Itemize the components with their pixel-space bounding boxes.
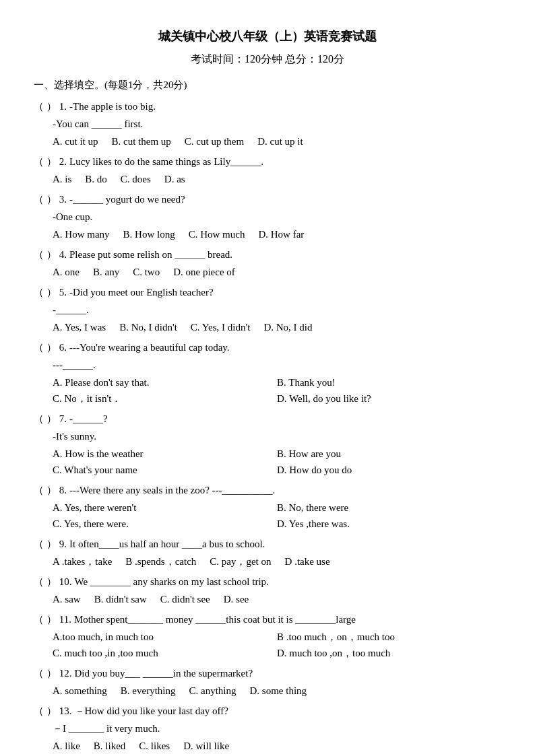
answer-bracket: （ ） xyxy=(34,339,57,355)
answer-bracket: （ ） xyxy=(34,191,57,207)
question-row: （ ）8.---Were there any seals in the zoo?… xyxy=(34,482,501,498)
question-number: 1. xyxy=(59,98,67,114)
answer-bracket: （ ） xyxy=(34,411,57,427)
option: C. two xyxy=(133,264,160,280)
option: C. Yes, there were. xyxy=(53,516,263,532)
question-stem: We ________ any sharks on my last school… xyxy=(75,574,502,590)
answer-bracket: （ ） xyxy=(34,284,57,300)
option: D. one piece of xyxy=(173,264,235,280)
question-stem: -Did you meet our English teacher? xyxy=(69,284,501,300)
question-row: （ ）13.－How did you like your last day of… xyxy=(34,703,501,719)
answer-bracket: （ ） xyxy=(34,536,57,552)
option: D. How do you do xyxy=(277,462,488,478)
question-stem2: -It's sunny. xyxy=(53,428,501,444)
options-row: A. cut it upB. cut them upC. cut up them… xyxy=(53,133,501,149)
option: D. No, I did xyxy=(263,319,312,335)
question-stem: -______? xyxy=(69,411,501,427)
answer-bracket: （ ） xyxy=(34,482,57,498)
option: C. pay，get on xyxy=(210,553,271,570)
question-stem: Lucy likes to do the same things as Lily… xyxy=(69,153,501,170)
page-title: 城关镇中心校八年级（上）英语竞赛试题 xyxy=(34,27,501,46)
question-number: 7. xyxy=(59,411,67,427)
question-row: （ ）1.-The apple is too big. xyxy=(34,98,501,114)
option: A .takes，take xyxy=(53,553,112,570)
question-number: 10. xyxy=(59,574,72,590)
question-number: 11. xyxy=(59,611,71,627)
option: B. do xyxy=(85,171,107,187)
question-stem: Did you buy___ ______in the supermarket? xyxy=(75,665,502,681)
question-block: （ ）13.－How did you like your last day of… xyxy=(34,703,501,754)
options-row: A. Yes, I wasB. No, I didn'tC. Yes, I di… xyxy=(53,319,501,335)
option: C. How much xyxy=(189,226,245,242)
option: D. see xyxy=(224,591,249,607)
question-stem2: ---______. xyxy=(53,357,501,373)
option: C. didn't see xyxy=(160,591,210,607)
question-stem: It often____us half an hour ____a bus to… xyxy=(69,536,501,552)
question-stem2: -______. xyxy=(53,302,501,318)
question-number: 3. xyxy=(59,191,67,207)
answer-bracket: （ ） xyxy=(34,98,57,114)
option: B. any xyxy=(93,264,119,280)
option: D. will like xyxy=(183,738,229,754)
question-number: 2. xyxy=(59,153,67,170)
question-stem: ---Were there any seals in the zoo? ---_… xyxy=(69,482,501,498)
answer-bracket: （ ） xyxy=(34,153,57,170)
option: B. cut them up xyxy=(112,133,171,149)
question-number: 12. xyxy=(59,665,72,681)
options-row-2col: A. Please don't say that.B. Thank you!C.… xyxy=(53,374,501,407)
answer-bracket: （ ） xyxy=(34,665,57,681)
option: A. How is the weather xyxy=(53,446,263,462)
option: A. something xyxy=(53,683,107,699)
question-stem2: －I _______ it very much. xyxy=(53,720,501,736)
answer-bracket: （ ） xyxy=(34,246,57,263)
option: D. Yes ,there was. xyxy=(277,516,488,532)
option: D. as xyxy=(164,171,185,187)
option: A. one xyxy=(53,264,80,280)
option: B. Thank you! xyxy=(277,374,488,390)
question-stem2: -One cup. xyxy=(53,209,501,225)
question-row: （ ）3.-______ yogurt do we need? xyxy=(34,191,501,207)
options-row: A. oneB. anyC. twoD. one piece of xyxy=(53,264,501,280)
question-stem: ---You're wearing a beautiful cap today. xyxy=(69,339,501,355)
question-block: （ ）10.We ________ any sharks on my last … xyxy=(34,574,501,607)
question-number: 6. xyxy=(59,339,67,355)
question-number: 4. xyxy=(59,246,67,263)
option: B. No, there were xyxy=(277,500,488,516)
option: A. Yes, I was xyxy=(53,319,106,335)
option: D .take use xyxy=(285,553,330,570)
answer-bracket: （ ） xyxy=(34,574,57,590)
question-block: （ ）3.-______ yogurt do we need?-One cup.… xyxy=(34,191,501,242)
options-row: A. isB. doC. doesD. as xyxy=(53,171,501,187)
option: A. Yes, there weren't xyxy=(53,500,263,516)
question-row: （ ）5.-Did you meet our English teacher? xyxy=(34,284,501,300)
option: C. anything xyxy=(189,683,237,699)
options-row: A. likeB. likedC. likesD. will like xyxy=(53,738,501,754)
question-block: （ ）9.It often____us half an hour ____a b… xyxy=(34,536,501,570)
option: D. Well, do you like it? xyxy=(277,390,488,407)
option: B .too much，on，much too xyxy=(277,629,488,645)
question-number: 9. xyxy=(59,536,67,552)
option: A.too much, in much too xyxy=(53,629,263,645)
question-row: （ ）9.It often____us half an hour ____a b… xyxy=(34,536,501,552)
options-row: A. somethingB. everythingC. anythingD. s… xyxy=(53,683,501,699)
option: B .spends，catch xyxy=(125,553,196,570)
question-stem: －How did you like your last day off? xyxy=(75,703,502,719)
options-row-2col: A. How is the weatherB. How are youC. Wh… xyxy=(53,446,501,478)
question-row: （ ）10.We ________ any sharks on my last … xyxy=(34,574,501,590)
option: C. What's your name xyxy=(53,462,263,478)
option: C. does xyxy=(121,171,151,187)
question-row: （ ）12.Did you buy___ ______in the superm… xyxy=(34,665,501,681)
option: B. How long xyxy=(123,226,175,242)
option: B. How are you xyxy=(277,446,488,462)
option: A. Please don't say that. xyxy=(53,374,263,390)
option: B. liked xyxy=(94,738,126,754)
question-block: （ ）6.---You're wearing a beautiful cap t… xyxy=(34,339,501,407)
option: C. likes xyxy=(139,738,170,754)
question-block: （ ）8.---Were there any seals in the zoo?… xyxy=(34,482,501,532)
option: A. saw xyxy=(53,591,81,607)
option: D. cut up it xyxy=(257,133,303,149)
question-stem: Mother spent_______ money ______this coa… xyxy=(74,611,501,627)
option: B. everything xyxy=(121,683,176,699)
options-row-2col: A. Yes, there weren'tB. No, there wereC.… xyxy=(53,500,501,532)
option: C. much too ,in ,too much xyxy=(53,645,263,661)
